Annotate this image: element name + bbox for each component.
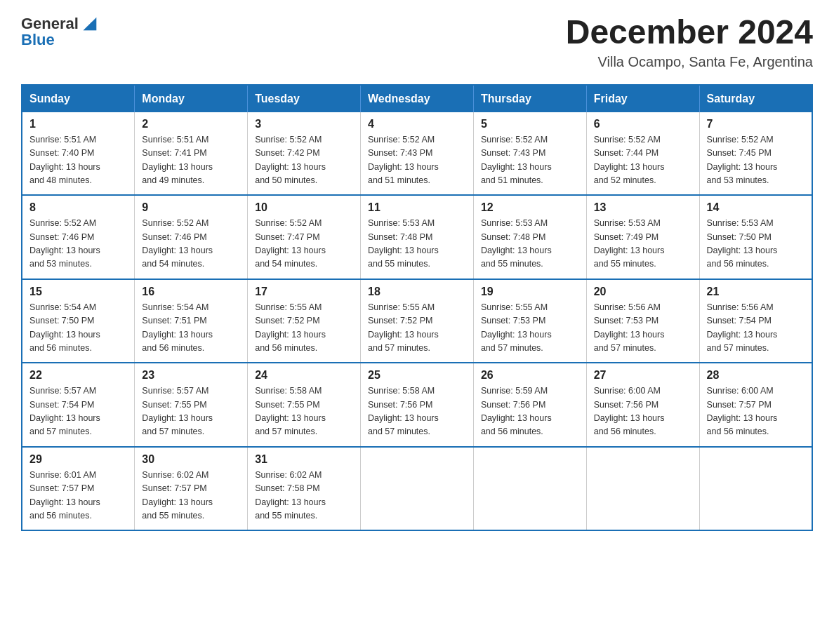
calendar-cell: 24Sunrise: 5:58 AMSunset: 7:55 PMDayligh… [248,363,361,447]
calendar-cell: 2Sunrise: 5:51 AMSunset: 7:41 PMDaylight… [135,112,248,196]
day-detail: Sunrise: 5:58 AMSunset: 7:55 PMDaylight:… [255,384,353,439]
calendar-week-row: 22Sunrise: 5:57 AMSunset: 7:54 PMDayligh… [22,363,812,447]
calendar-cell: 26Sunrise: 5:59 AMSunset: 7:56 PMDayligh… [473,363,586,447]
day-detail: Sunrise: 5:52 AMSunset: 7:46 PMDaylight:… [142,217,240,271]
day-number: 5 [481,118,579,130]
day-detail: Sunrise: 5:53 AMSunset: 7:48 PMDaylight:… [368,217,466,271]
calendar-cell: 19Sunrise: 5:55 AMSunset: 7:53 PMDayligh… [473,279,586,363]
day-number: 30 [142,453,240,466]
day-detail: Sunrise: 5:52 AMSunset: 7:43 PMDaylight:… [481,133,579,188]
day-detail: Sunrise: 5:57 AMSunset: 7:55 PMDaylight:… [142,384,240,439]
calendar-cell: 6Sunrise: 5:52 AMSunset: 7:44 PMDaylight… [586,112,699,196]
weekday-header-thursday: Thursday [473,85,586,112]
calendar-cell: 23Sunrise: 5:57 AMSunset: 7:55 PMDayligh… [135,363,248,447]
day-number: 8 [29,201,127,214]
calendar-week-row: 8Sunrise: 5:52 AMSunset: 7:46 PMDaylight… [22,195,812,279]
calendar-cell [699,447,812,531]
logo: General Blue [21,14,100,49]
day-number: 21 [707,286,805,298]
day-detail: Sunrise: 5:52 AMSunset: 7:45 PMDaylight:… [707,133,805,188]
day-number: 4 [368,118,466,130]
day-detail: Sunrise: 5:52 AMSunset: 7:46 PMDaylight:… [29,217,127,271]
day-detail: Sunrise: 5:57 AMSunset: 7:54 PMDaylight:… [29,384,127,439]
day-detail: Sunrise: 5:55 AMSunset: 7:53 PMDaylight:… [481,301,579,356]
calendar-cell [361,447,474,531]
day-number: 14 [707,201,805,214]
day-number: 29 [29,453,127,466]
weekday-header-tuesday: Tuesday [248,85,361,112]
calendar-cell: 31Sunrise: 6:02 AMSunset: 7:58 PMDayligh… [248,447,361,531]
weekday-header-saturday: Saturday [699,85,812,112]
calendar-week-row: 29Sunrise: 6:01 AMSunset: 7:57 PMDayligh… [22,447,812,531]
day-number: 19 [481,286,579,298]
weekday-header-monday: Monday [135,85,248,112]
weekday-header-wednesday: Wednesday [361,85,474,112]
month-title: December 2024 [566,14,813,51]
day-detail: Sunrise: 5:54 AMSunset: 7:51 PMDaylight:… [142,301,240,356]
calendar-table: SundayMondayTuesdayWednesdayThursdayFrid… [21,84,813,532]
day-number: 18 [368,286,466,298]
calendar-cell: 15Sunrise: 5:54 AMSunset: 7:50 PMDayligh… [22,279,135,363]
day-detail: Sunrise: 5:54 AMSunset: 7:50 PMDaylight:… [29,301,127,356]
day-number: 3 [255,118,353,130]
day-number: 15 [29,286,127,298]
day-detail: Sunrise: 5:51 AMSunset: 7:40 PMDaylight:… [29,133,127,188]
day-detail: Sunrise: 5:55 AMSunset: 7:52 PMDaylight:… [255,301,353,356]
weekday-header-sunday: Sunday [22,85,135,112]
calendar-cell: 10Sunrise: 5:52 AMSunset: 7:47 PMDayligh… [248,195,361,279]
calendar-cell [473,447,586,531]
location-subtitle: Villa Ocampo, Santa Fe, Argentina [566,54,813,70]
day-number: 1 [29,118,127,130]
calendar-cell: 25Sunrise: 5:58 AMSunset: 7:56 PMDayligh… [361,363,474,447]
day-detail: Sunrise: 5:55 AMSunset: 7:52 PMDaylight:… [368,301,466,356]
calendar-cell: 1Sunrise: 5:51 AMSunset: 7:40 PMDaylight… [22,112,135,196]
calendar-cell: 11Sunrise: 5:53 AMSunset: 7:48 PMDayligh… [361,195,474,279]
day-detail: Sunrise: 5:53 AMSunset: 7:49 PMDaylight:… [594,217,692,271]
day-number: 16 [142,286,240,298]
day-number: 20 [594,286,692,298]
day-number: 31 [255,453,353,466]
day-detail: Sunrise: 5:59 AMSunset: 7:56 PMDaylight:… [481,384,579,439]
calendar-cell [586,447,699,531]
day-detail: Sunrise: 5:51 AMSunset: 7:41 PMDaylight:… [142,133,240,188]
day-number: 28 [707,369,805,382]
calendar-cell: 22Sunrise: 5:57 AMSunset: 7:54 PMDayligh… [22,363,135,447]
day-number: 24 [255,369,353,382]
day-detail: Sunrise: 5:56 AMSunset: 7:54 PMDaylight:… [707,301,805,356]
day-number: 22 [29,369,127,382]
calendar-cell: 3Sunrise: 5:52 AMSunset: 7:42 PMDaylight… [248,112,361,196]
day-detail: Sunrise: 6:00 AMSunset: 7:57 PMDaylight:… [707,384,805,439]
calendar-cell: 27Sunrise: 6:00 AMSunset: 7:56 PMDayligh… [586,363,699,447]
calendar-cell: 20Sunrise: 5:56 AMSunset: 7:53 PMDayligh… [586,279,699,363]
calendar-cell: 12Sunrise: 5:53 AMSunset: 7:48 PMDayligh… [473,195,586,279]
weekday-header-row: SundayMondayTuesdayWednesdayThursdayFrid… [22,85,812,112]
day-number: 10 [255,201,353,214]
day-detail: Sunrise: 5:52 AMSunset: 7:43 PMDaylight:… [368,133,466,188]
day-number: 17 [255,286,353,298]
day-number: 27 [594,369,692,382]
day-number: 6 [594,118,692,130]
calendar-cell: 5Sunrise: 5:52 AMSunset: 7:43 PMDaylight… [473,112,586,196]
day-detail: Sunrise: 5:53 AMSunset: 7:48 PMDaylight:… [481,217,579,271]
day-detail: Sunrise: 5:52 AMSunset: 7:42 PMDaylight:… [255,133,353,188]
day-number: 2 [142,118,240,130]
day-number: 12 [481,201,579,214]
logo-icon [80,14,100,34]
day-detail: Sunrise: 5:52 AMSunset: 7:47 PMDaylight:… [255,217,353,271]
calendar-cell: 30Sunrise: 6:02 AMSunset: 7:57 PMDayligh… [135,447,248,531]
calendar-cell: 7Sunrise: 5:52 AMSunset: 7:45 PMDaylight… [699,112,812,196]
day-number: 11 [368,201,466,214]
calendar-cell: 13Sunrise: 5:53 AMSunset: 7:49 PMDayligh… [586,195,699,279]
day-detail: Sunrise: 6:00 AMSunset: 7:56 PMDaylight:… [594,384,692,439]
calendar-cell: 29Sunrise: 6:01 AMSunset: 7:57 PMDayligh… [22,447,135,531]
logo-blue-text: Blue [21,31,55,49]
calendar-cell: 16Sunrise: 5:54 AMSunset: 7:51 PMDayligh… [135,279,248,363]
calendar-cell: 4Sunrise: 5:52 AMSunset: 7:43 PMDaylight… [361,112,474,196]
calendar-cell: 8Sunrise: 5:52 AMSunset: 7:46 PMDaylight… [22,195,135,279]
weekday-header-friday: Friday [586,85,699,112]
day-number: 26 [481,369,579,382]
page-header: General Blue December 2024 Villa Ocampo,… [21,14,813,70]
calendar-cell: 21Sunrise: 5:56 AMSunset: 7:54 PMDayligh… [699,279,812,363]
calendar-week-row: 15Sunrise: 5:54 AMSunset: 7:50 PMDayligh… [22,279,812,363]
day-number: 25 [368,369,466,382]
